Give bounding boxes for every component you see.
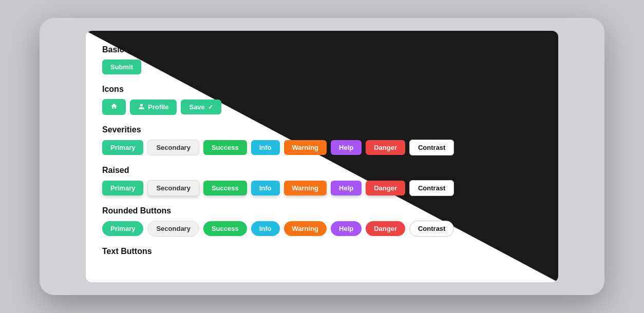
- home-icon: [110, 103, 118, 111]
- btn-row-basic: Submit: [102, 60, 542, 74]
- severity-primary-button[interactable]: Primary: [102, 140, 143, 155]
- user-icon: [138, 103, 145, 111]
- section-raised: Raised Primary Secondary Success Info Wa…: [102, 166, 542, 196]
- btn-row-rounded: Primary Secondary Success Info Warning H…: [102, 221, 542, 237]
- btn-row-severities: Primary Secondary Success Info Warning H…: [102, 140, 542, 155]
- section-title-icons: Icons: [102, 85, 542, 94]
- severity-success-button[interactable]: Success: [203, 140, 247, 155]
- section-severities: Severities Primary Secondary Success Inf…: [102, 125, 542, 155]
- severity-warning-button[interactable]: Warning: [284, 140, 327, 155]
- section-title-severities: Severities: [102, 125, 542, 134]
- severity-danger-button[interactable]: Danger: [366, 140, 405, 155]
- severity-info-button[interactable]: Info: [251, 140, 280, 155]
- section-title-text: Text Buttons: [102, 247, 542, 256]
- btn-row-raised: Primary Secondary Success Info Warning H…: [102, 180, 542, 196]
- section-rounded: Rounded Buttons Primary Secondary Succes…: [102, 206, 542, 237]
- check-icon: ✓: [208, 104, 213, 111]
- severity-contrast-button[interactable]: Contrast: [409, 140, 454, 155]
- content-area: Basic Submit Icons: [86, 31, 558, 282]
- profile-label: Profile: [148, 103, 168, 111]
- raised-contrast-button[interactable]: Contrast: [409, 180, 454, 196]
- icon-home-button[interactable]: [102, 99, 126, 115]
- rounded-secondary-button[interactable]: Secondary: [147, 221, 199, 237]
- severity-help-button[interactable]: Help: [331, 140, 362, 155]
- rounded-success-button[interactable]: Success: [203, 221, 247, 236]
- rounded-danger-button[interactable]: Danger: [366, 221, 405, 236]
- raised-danger-button[interactable]: Danger: [366, 181, 405, 195]
- rounded-contrast-button[interactable]: Contrast: [409, 221, 454, 237]
- section-title-basic: Basic: [102, 45, 542, 54]
- section-basic: Basic Submit: [102, 45, 542, 74]
- rounded-info-button[interactable]: Info: [251, 221, 280, 236]
- raised-help-button[interactable]: Help: [331, 181, 362, 195]
- rounded-primary-button[interactable]: Primary: [102, 221, 143, 236]
- raised-primary-button[interactable]: Primary: [102, 181, 143, 195]
- section-title-rounded: Rounded Buttons: [102, 206, 542, 216]
- raised-info-button[interactable]: Info: [251, 181, 280, 195]
- btn-row-icons: Profile Save ✓: [102, 99, 542, 115]
- save-label: Save: [189, 103, 204, 111]
- severity-secondary-button[interactable]: Secondary: [147, 140, 199, 155]
- raised-warning-button[interactable]: Warning: [284, 181, 327, 195]
- rounded-warning-button[interactable]: Warning: [284, 221, 327, 236]
- icon-save-button[interactable]: Save ✓: [181, 100, 221, 114]
- raised-secondary-button[interactable]: Secondary: [147, 180, 199, 196]
- basic-submit-button[interactable]: Submit: [102, 60, 141, 74]
- section-icons: Icons: [102, 85, 542, 115]
- raised-success-button[interactable]: Success: [203, 181, 247, 195]
- icon-profile-button[interactable]: Profile: [130, 100, 177, 115]
- section-text: Text Buttons: [102, 247, 542, 256]
- rounded-help-button[interactable]: Help: [331, 221, 362, 236]
- screen: Basic Submit Icons: [86, 31, 558, 282]
- section-title-raised: Raised: [102, 166, 542, 175]
- device-frame: Basic Submit Icons: [40, 18, 604, 295]
